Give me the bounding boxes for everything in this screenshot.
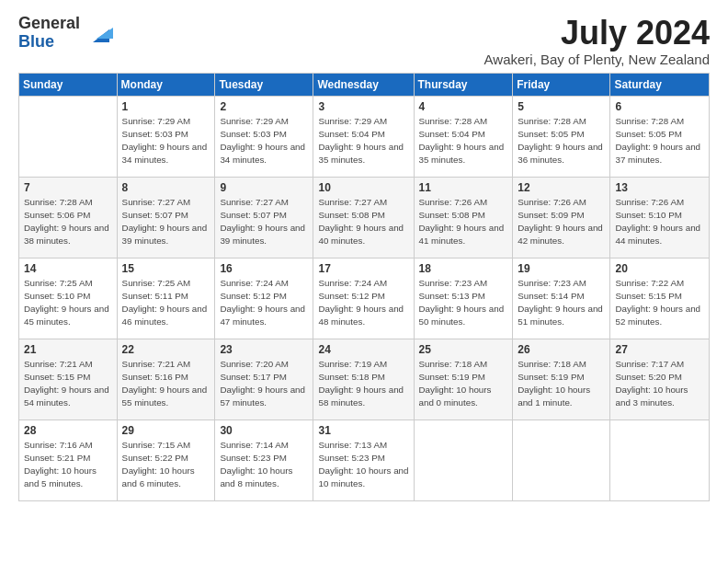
weekday-header-row: SundayMondayTuesdayWednesdayThursdayFrid…: [19, 73, 710, 96]
day-info: Sunrise: 7:28 AMSunset: 5:05 PMDaylight:…: [518, 115, 605, 167]
day-info: Sunrise: 7:27 AMSunset: 5:08 PMDaylight:…: [318, 196, 408, 248]
day-info: Sunrise: 7:16 AMSunset: 5:21 PMDaylight:…: [24, 439, 112, 491]
day-info: Sunrise: 7:18 AMSunset: 5:19 PMDaylight:…: [518, 358, 605, 410]
day-info: Sunrise: 7:24 AMSunset: 5:12 PMDaylight:…: [220, 277, 308, 329]
weekday-header: Tuesday: [215, 73, 313, 96]
calendar-week-row: 28Sunrise: 7:16 AMSunset: 5:21 PMDayligh…: [19, 419, 710, 500]
calendar-cell: 19Sunrise: 7:23 AMSunset: 5:14 PMDayligh…: [513, 258, 610, 339]
day-number: 8: [122, 181, 210, 194]
day-info: Sunrise: 7:29 AMSunset: 5:03 PMDaylight:…: [220, 115, 308, 167]
day-number: 11: [419, 181, 508, 194]
day-info: Sunrise: 7:28 AMSunset: 5:04 PMDaylight:…: [419, 115, 508, 167]
calendar-cell: 7Sunrise: 7:28 AMSunset: 5:06 PMDaylight…: [19, 177, 118, 258]
day-info: Sunrise: 7:27 AMSunset: 5:07 PMDaylight:…: [122, 196, 210, 248]
calendar-cell: 24Sunrise: 7:19 AMSunset: 5:18 PMDayligh…: [313, 339, 414, 419]
calendar-cell: 2Sunrise: 7:29 AMSunset: 5:03 PMDaylight…: [215, 96, 313, 177]
day-number: 13: [615, 181, 704, 194]
day-info: Sunrise: 7:29 AMSunset: 5:03 PMDaylight:…: [122, 115, 210, 167]
calendar-cell: 16Sunrise: 7:24 AMSunset: 5:12 PMDayligh…: [215, 258, 313, 339]
calendar-cell: 9Sunrise: 7:27 AMSunset: 5:07 PMDaylight…: [215, 177, 313, 258]
calendar-cell: 12Sunrise: 7:26 AMSunset: 5:09 PMDayligh…: [513, 177, 610, 258]
calendar-week-row: 7Sunrise: 7:28 AMSunset: 5:06 PMDaylight…: [19, 177, 710, 258]
day-number: 17: [318, 262, 408, 275]
day-info: Sunrise: 7:29 AMSunset: 5:04 PMDaylight:…: [318, 115, 408, 167]
weekday-header: Friday: [513, 73, 610, 96]
calendar-cell: 1Sunrise: 7:29 AMSunset: 5:03 PMDaylight…: [117, 96, 215, 177]
calendar-cell: 27Sunrise: 7:17 AMSunset: 5:20 PMDayligh…: [610, 339, 710, 419]
day-number: 26: [518, 343, 605, 356]
day-number: 28: [24, 424, 112, 437]
weekday-header: Wednesday: [313, 73, 414, 96]
calendar-cell: 11Sunrise: 7:26 AMSunset: 5:08 PMDayligh…: [414, 177, 513, 258]
calendar-cell: 23Sunrise: 7:20 AMSunset: 5:17 PMDayligh…: [215, 339, 313, 419]
day-info: Sunrise: 7:28 AMSunset: 5:06 PMDaylight:…: [24, 196, 112, 248]
weekday-header: Saturday: [610, 73, 710, 96]
calendar-cell: 17Sunrise: 7:24 AMSunset: 5:12 PMDayligh…: [313, 258, 414, 339]
calendar-cell: 22Sunrise: 7:21 AMSunset: 5:16 PMDayligh…: [117, 339, 215, 419]
day-info: Sunrise: 7:25 AMSunset: 5:10 PMDaylight:…: [24, 277, 112, 329]
day-number: 19: [518, 262, 605, 275]
day-info: Sunrise: 7:26 AMSunset: 5:10 PMDaylight:…: [615, 196, 704, 248]
calendar-cell: 10Sunrise: 7:27 AMSunset: 5:08 PMDayligh…: [313, 177, 414, 258]
day-info: Sunrise: 7:24 AMSunset: 5:12 PMDaylight:…: [318, 277, 408, 329]
calendar-cell: 14Sunrise: 7:25 AMSunset: 5:10 PMDayligh…: [19, 258, 118, 339]
day-number: 30: [220, 424, 308, 437]
calendar-cell: [414, 419, 513, 500]
calendar-cell: 28Sunrise: 7:16 AMSunset: 5:21 PMDayligh…: [19, 419, 118, 500]
logo: General Blue: [18, 15, 117, 52]
logo-blue: Blue: [18, 33, 80, 52]
logo-general: General: [18, 15, 80, 33]
day-info: Sunrise: 7:27 AMSunset: 5:07 PMDaylight:…: [220, 196, 308, 248]
calendar-cell: 13Sunrise: 7:26 AMSunset: 5:10 PMDayligh…: [610, 177, 710, 258]
day-info: Sunrise: 7:21 AMSunset: 5:15 PMDaylight:…: [24, 358, 112, 410]
logo-icon: [84, 17, 117, 50]
day-number: 31: [318, 424, 408, 437]
day-info: Sunrise: 7:26 AMSunset: 5:08 PMDaylight:…: [419, 196, 508, 248]
calendar-week-row: 21Sunrise: 7:21 AMSunset: 5:15 PMDayligh…: [19, 339, 710, 419]
calendar-cell: 4Sunrise: 7:28 AMSunset: 5:04 PMDaylight…: [414, 96, 513, 177]
day-number: 27: [615, 343, 704, 356]
day-number: 18: [419, 262, 508, 275]
day-info: Sunrise: 7:23 AMSunset: 5:13 PMDaylight:…: [419, 277, 508, 329]
day-number: 14: [24, 262, 112, 275]
calendar-cell: 20Sunrise: 7:22 AMSunset: 5:15 PMDayligh…: [610, 258, 710, 339]
day-number: 23: [220, 343, 308, 356]
day-number: 15: [122, 262, 210, 275]
location: Awakeri, Bay of Plenty, New Zealand: [484, 52, 710, 67]
day-number: 20: [615, 262, 704, 275]
day-number: 6: [615, 100, 704, 113]
calendar-cell: 18Sunrise: 7:23 AMSunset: 5:13 PMDayligh…: [414, 258, 513, 339]
day-number: 5: [518, 100, 605, 113]
calendar-table: SundayMondayTuesdayWednesdayThursdayFrid…: [18, 73, 710, 501]
day-info: Sunrise: 7:26 AMSunset: 5:09 PMDaylight:…: [518, 196, 605, 248]
svg-marker-1: [97, 28, 113, 39]
calendar-cell: 6Sunrise: 7:28 AMSunset: 5:05 PMDaylight…: [610, 96, 710, 177]
day-number: 12: [518, 181, 605, 194]
calendar-cell: 25Sunrise: 7:18 AMSunset: 5:19 PMDayligh…: [414, 339, 513, 419]
calendar-cell: 5Sunrise: 7:28 AMSunset: 5:05 PMDaylight…: [513, 96, 610, 177]
day-number: 22: [122, 343, 210, 356]
calendar-week-row: 14Sunrise: 7:25 AMSunset: 5:10 PMDayligh…: [19, 258, 710, 339]
weekday-header: Monday: [117, 73, 215, 96]
calendar-cell: [19, 96, 118, 177]
day-info: Sunrise: 7:15 AMSunset: 5:22 PMDaylight:…: [122, 439, 210, 491]
day-info: Sunrise: 7:21 AMSunset: 5:16 PMDaylight:…: [122, 358, 210, 410]
day-number: 25: [419, 343, 508, 356]
day-info: Sunrise: 7:23 AMSunset: 5:14 PMDaylight:…: [518, 277, 605, 329]
day-number: 1: [122, 100, 210, 113]
title-block: July 2024 Awakeri, Bay of Plenty, New Ze…: [484, 15, 710, 67]
day-number: 7: [24, 181, 112, 194]
calendar-cell: 26Sunrise: 7:18 AMSunset: 5:19 PMDayligh…: [513, 339, 610, 419]
day-number: 9: [220, 181, 308, 194]
day-info: Sunrise: 7:13 AMSunset: 5:23 PMDaylight:…: [318, 439, 408, 491]
calendar-cell: 29Sunrise: 7:15 AMSunset: 5:22 PMDayligh…: [117, 419, 215, 500]
calendar-week-row: 1Sunrise: 7:29 AMSunset: 5:03 PMDaylight…: [19, 96, 710, 177]
day-info: Sunrise: 7:14 AMSunset: 5:23 PMDaylight:…: [220, 439, 308, 491]
page-header: General Blue July 2024 Awakeri, Bay of P…: [18, 15, 710, 67]
calendar-cell: 3Sunrise: 7:29 AMSunset: 5:04 PMDaylight…: [313, 96, 414, 177]
day-info: Sunrise: 7:19 AMSunset: 5:18 PMDaylight:…: [318, 358, 408, 410]
day-info: Sunrise: 7:20 AMSunset: 5:17 PMDaylight:…: [220, 358, 308, 410]
day-number: 10: [318, 181, 408, 194]
day-info: Sunrise: 7:18 AMSunset: 5:19 PMDaylight:…: [419, 358, 508, 410]
day-info: Sunrise: 7:25 AMSunset: 5:11 PMDaylight:…: [122, 277, 210, 329]
